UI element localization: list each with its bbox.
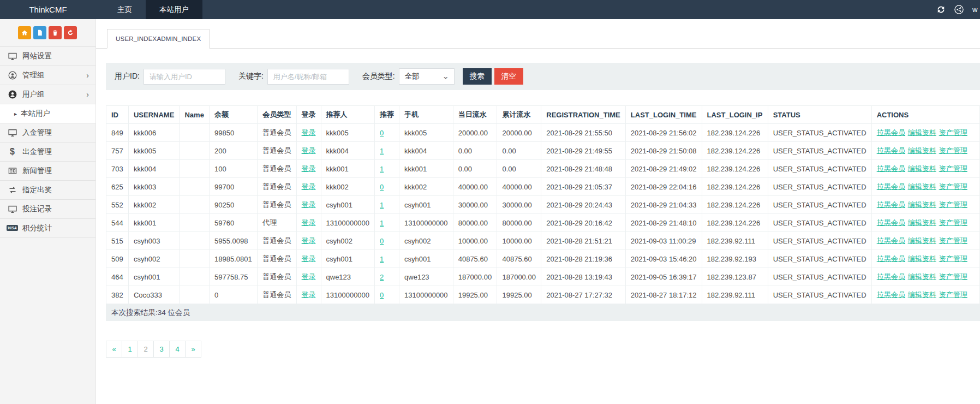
- cell-referrals: 1: [375, 196, 399, 214]
- cell-reg: 2021-08-29 21:55:50: [541, 124, 626, 142]
- pagination-page-4[interactable]: 4: [169, 341, 186, 358]
- app-brand[interactable]: ThinkCMF: [0, 0, 96, 19]
- pagination-page-2[interactable]: 2: [138, 341, 154, 358]
- user-circle-icon: [8, 71, 17, 80]
- referral-count-link[interactable]: 1: [380, 255, 384, 263]
- asset-management-link[interactable]: 资产管理: [939, 236, 967, 245]
- referral-count-link[interactable]: 0: [380, 129, 384, 137]
- login-as-user-link[interactable]: 登录: [302, 146, 316, 155]
- blacklist-member-link[interactable]: 拉黑会员: [877, 200, 905, 209]
- sidebar-quick-buttons: [0, 19, 95, 46]
- edit-profile-link[interactable]: 编辑资料: [908, 164, 936, 173]
- login-as-user-link[interactable]: 登录: [302, 164, 316, 173]
- clear-button[interactable]: 清空: [494, 68, 523, 85]
- cell-referrals: 2: [375, 268, 399, 286]
- blacklist-member-link[interactable]: 拉黑会员: [877, 182, 905, 191]
- login-as-user-link[interactable]: 登录: [302, 290, 316, 299]
- nav-tab-home[interactable]: 主页: [104, 0, 146, 19]
- asset-management-link[interactable]: 资产管理: [939, 164, 967, 173]
- referral-count-link[interactable]: 0: [380, 237, 384, 245]
- referral-count-link[interactable]: 1: [380, 201, 384, 209]
- navbar-right: w: [936, 0, 980, 19]
- login-as-user-link[interactable]: 登录: [302, 236, 316, 245]
- asset-management-link[interactable]: 资产管理: [939, 128, 967, 136]
- edit-profile-link[interactable]: 编辑资料: [908, 236, 936, 245]
- edit-profile-link[interactable]: 编辑资料: [908, 254, 936, 263]
- sidebar-item-user-group[interactable]: 用户组›: [0, 85, 95, 104]
- recycle-icon-button[interactable]: [64, 26, 77, 39]
- file-icon-button[interactable]: [33, 26, 46, 39]
- cell-login: 登录: [296, 142, 321, 160]
- blacklist-member-link[interactable]: 拉黑会员: [877, 254, 905, 263]
- sidebar-item-withdraw-management[interactable]: $出金管理: [0, 142, 95, 161]
- sidebar-item-bet-records[interactable]: 投注记录: [0, 199, 95, 218]
- cell-username: kkk006: [128, 124, 180, 142]
- blacklist-member-link[interactable]: 拉黑会员: [877, 290, 905, 299]
- sidebar-item-assign-prize[interactable]: 指定出奖: [0, 180, 95, 199]
- edit-profile-link[interactable]: 编辑资料: [908, 200, 936, 209]
- asset-management-link[interactable]: 资产管理: [939, 290, 967, 299]
- username-text[interactable]: w: [972, 5, 978, 14]
- blacklist-member-link[interactable]: 拉黑会员: [877, 146, 905, 155]
- referral-count-link[interactable]: 0: [380, 291, 384, 299]
- cell-last_login: 2021-08-29 21:49:02: [625, 160, 702, 178]
- member-type-select[interactable]: 全部 ⌄: [399, 68, 455, 85]
- user-id-input[interactable]: [144, 69, 225, 85]
- pagination-page-1[interactable]: 1: [122, 341, 138, 358]
- login-as-user-link[interactable]: 登录: [302, 218, 316, 227]
- asset-management-link[interactable]: 资产管理: [939, 182, 967, 191]
- referral-count-link[interactable]: 2: [380, 273, 384, 281]
- sidebar-item-points-stats[interactable]: VISA积分统计: [0, 218, 95, 237]
- pagination-prev[interactable]: «: [106, 341, 122, 358]
- cell-balance: 5955.0098: [209, 232, 257, 250]
- edit-profile-link[interactable]: 编辑资料: [908, 290, 936, 299]
- sidebar-item-admin-group[interactable]: 管理组›: [0, 66, 95, 85]
- cell-username: kkk002: [128, 196, 180, 214]
- pagination-page-3[interactable]: 3: [153, 341, 170, 358]
- cell-reg: 2021-08-29 21:49:55: [541, 142, 626, 160]
- keyword-input[interactable]: [267, 69, 349, 85]
- sidebar-item-site-settings[interactable]: 网站设置: [0, 46, 95, 66]
- tab-user-index[interactable]: USER_INDEXADMIN_INDEX: [107, 29, 210, 49]
- referral-count-link[interactable]: 1: [380, 219, 384, 227]
- sidebar-item-site-users[interactable]: ▸本站用户: [0, 104, 95, 123]
- nav-tab-site-users[interactable]: 本站用户: [146, 0, 202, 19]
- sidebar-item-news-management[interactable]: 新闻管理: [0, 161, 95, 180]
- referral-count-link[interactable]: 1: [380, 165, 384, 173]
- edit-profile-link[interactable]: 编辑资料: [908, 128, 936, 136]
- login-as-user-link[interactable]: 登录: [302, 272, 316, 281]
- asset-management-link[interactable]: 资产管理: [939, 254, 967, 263]
- blacklist-member-link[interactable]: 拉黑会员: [877, 272, 905, 281]
- refresh-icon[interactable]: [936, 5, 946, 14]
- cell-daily: 20000.00: [453, 124, 497, 142]
- home-icon-button[interactable]: [18, 26, 31, 39]
- blacklist-member-link[interactable]: 拉黑会员: [877, 164, 905, 173]
- asset-management-link[interactable]: 资产管理: [939, 146, 967, 155]
- blacklist-member-link[interactable]: 拉黑会员: [877, 128, 905, 136]
- cell-login: 登录: [296, 214, 321, 232]
- trash-icon-button[interactable]: [49, 26, 62, 39]
- referral-count-link[interactable]: 0: [380, 183, 384, 191]
- user-avatar-share-icon[interactable]: [954, 5, 964, 14]
- edit-profile-link[interactable]: 编辑资料: [908, 146, 936, 155]
- edit-profile-link[interactable]: 编辑资料: [908, 182, 936, 191]
- login-as-user-link[interactable]: 登录: [302, 200, 316, 209]
- referral-count-link[interactable]: 1: [380, 147, 384, 155]
- pagination-next[interactable]: »: [185, 341, 201, 358]
- asset-management-link[interactable]: 资产管理: [939, 200, 967, 209]
- edit-profile-link[interactable]: 编辑资料: [908, 272, 936, 281]
- blacklist-member-link[interactable]: 拉黑会员: [877, 236, 905, 245]
- cell-login: 登录: [296, 286, 321, 304]
- asset-management-link[interactable]: 资产管理: [939, 272, 967, 281]
- edit-profile-link[interactable]: 编辑资料: [908, 218, 936, 227]
- pagination: «1234»: [106, 341, 980, 358]
- search-button[interactable]: 搜索: [463, 68, 492, 85]
- login-as-user-link[interactable]: 登录: [302, 182, 316, 191]
- blacklist-member-link[interactable]: 拉黑会员: [877, 218, 905, 227]
- asset-management-link[interactable]: 资产管理: [939, 218, 967, 227]
- users-table: IDUSERNAMEName余额会员类型登录推荐人推荐手机当日流水累计流水REG…: [106, 105, 980, 304]
- sidebar-item-deposit-management[interactable]: 入金管理: [0, 123, 95, 142]
- login-as-user-link[interactable]: 登录: [302, 254, 316, 263]
- login-as-user-link[interactable]: 登录: [302, 128, 316, 136]
- cell-id: 849: [106, 124, 129, 142]
